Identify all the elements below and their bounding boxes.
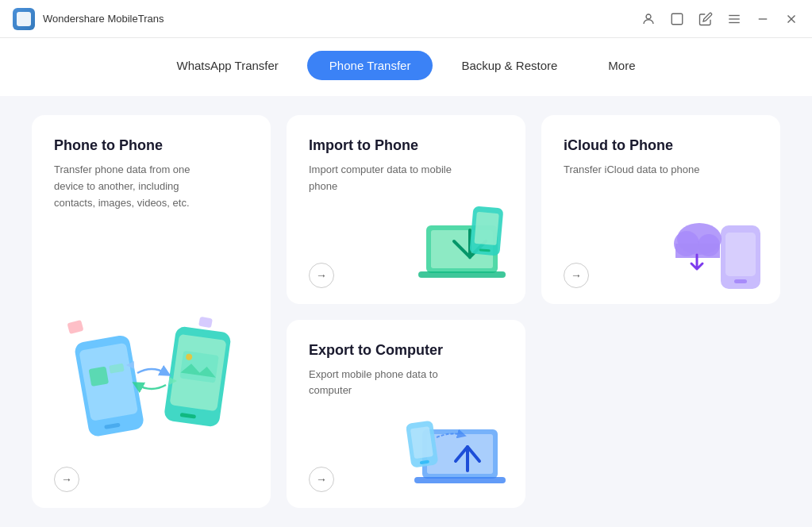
card-import-title: Import to Phone [309, 137, 503, 154]
tab-whatsapp-transfer[interactable]: WhatsApp Transfer [154, 51, 300, 80]
svg-rect-26 [418, 271, 506, 278]
window-controls [641, 11, 799, 27]
close-icon[interactable] [783, 11, 799, 27]
card-phone-to-phone[interactable]: Phone to Phone Transfer phone data from … [32, 115, 271, 508]
minimize-icon[interactable] [755, 11, 771, 27]
card-export-desc: Export mobile phone data to computer [309, 367, 468, 400]
card-phone-to-phone-desc: Transfer phone data from one device to a… [54, 162, 213, 211]
svg-rect-1 [672, 13, 683, 25]
tab-phone-transfer[interactable]: Phone Transfer [307, 51, 433, 80]
svg-rect-33 [734, 279, 747, 283]
svg-rect-29 [474, 211, 498, 244]
edit-icon[interactable] [698, 11, 714, 27]
card-icloud-to-phone[interactable]: iCloud to Phone Transfer iCloud data to … [541, 115, 780, 304]
app-title: Wondershare MobileTrans [43, 13, 641, 25]
card-export-arrow[interactable]: → [309, 467, 334, 492]
nav-bar: WhatsApp Transfer Phone Transfer Backup … [0, 38, 812, 96]
tab-more[interactable]: More [586, 51, 657, 80]
card-export-title: Export to Computer [309, 342, 503, 359]
svg-rect-19 [198, 317, 213, 329]
card-icloud-desc: Transfer iCloud data to phone [564, 162, 722, 179]
svg-rect-18 [67, 320, 83, 334]
tab-backup-restore[interactable]: Backup & Restore [439, 51, 579, 80]
window-icon[interactable] [669, 11, 685, 27]
svg-point-0 [646, 14, 651, 19]
app-logo [13, 8, 35, 30]
card-icloud-arrow[interactable]: → [564, 263, 589, 288]
svg-rect-40 [414, 477, 506, 483]
card-import-desc: Import computer data to mobile phone [309, 162, 468, 195]
svg-rect-11 [88, 367, 108, 387]
svg-rect-32 [725, 233, 756, 276]
menu-icon[interactable] [726, 11, 742, 27]
card-phone-to-phone-arrow[interactable]: → [54, 467, 79, 492]
svg-rect-16 [179, 351, 218, 383]
card-export-to-computer[interactable]: Export to Computer Export mobile phone d… [287, 320, 525, 509]
account-icon[interactable] [641, 11, 656, 27]
main-content: Phone to Phone Transfer phone data from … [0, 96, 812, 527]
card-import-arrow[interactable]: → [309, 263, 334, 288]
card-phone-to-phone-title: Phone to Phone [54, 137, 248, 154]
titlebar: Wondershare MobileTrans [0, 0, 812, 38]
card-icloud-title: iCloud to Phone [564, 137, 758, 154]
card-import-to-phone[interactable]: Import to Phone Import computer data to … [287, 115, 525, 304]
